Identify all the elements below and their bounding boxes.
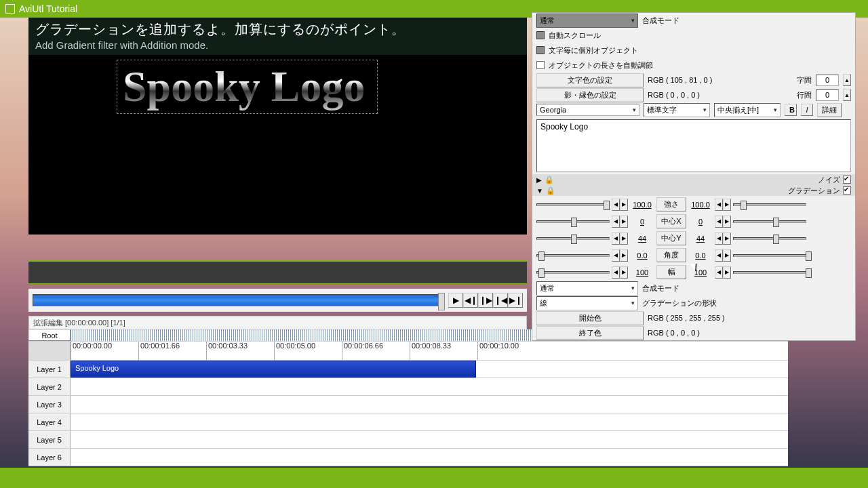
mouse-cursor: [688, 262, 705, 278]
param-value-left[interactable]: 44: [630, 235, 654, 243]
spin-right[interactable]: ▶: [620, 249, 628, 262]
auto-length-checkbox[interactable]: [536, 61, 545, 69]
layer-track[interactable]: Spooky Logo: [71, 361, 788, 378]
param-value-left[interactable]: 0.0: [630, 251, 654, 260]
timecode: 00:00:03.33: [206, 342, 248, 360]
spin-right[interactable]: ▶: [620, 216, 628, 228]
spin-left[interactable]: ◀: [715, 266, 723, 279]
go-end-button[interactable]: ▶❙: [508, 293, 523, 308]
noise-enable-checkbox[interactable]: [843, 176, 851, 184]
prev-frame-button[interactable]: ◀❙: [463, 293, 478, 308]
spin-right[interactable]: ▶: [620, 266, 628, 279]
spin-right[interactable]: ▶: [723, 249, 731, 262]
param-slider-right[interactable]: [733, 203, 806, 206]
layer-label[interactable]: Layer 4: [28, 413, 71, 430]
param-name: 中心X: [656, 214, 686, 228]
timeline-header: 拡張編集 [00:00:00.00] [1/1]: [28, 316, 527, 329]
root-button[interactable]: Root: [28, 329, 71, 341]
param-value-left[interactable]: 100.0: [630, 201, 654, 209]
timecode: 00:00:06.66: [342, 342, 383, 360]
bottom-bar: [0, 468, 868, 488]
italic-button[interactable]: I: [801, 104, 813, 116]
param-slider-left[interactable]: [536, 237, 610, 240]
bold-button[interactable]: B: [785, 104, 797, 116]
seek-slider[interactable]: [33, 294, 444, 306]
spin-left[interactable]: ◀: [612, 232, 620, 245]
param-value-left[interactable]: 0: [630, 218, 654, 226]
time-ruler[interactable]: 00:00:00.0000:00:01.6600:00:03.3300:00:0…: [71, 342, 788, 360]
spacing-up[interactable]: ▲: [843, 74, 851, 86]
param-slider-left[interactable]: [536, 203, 610, 206]
app-title: AviUtl Tutorial: [19, 3, 77, 14]
subtitle-en: Add Gradient filter with Addition mode.: [35, 39, 520, 51]
param-slider-right[interactable]: [733, 254, 806, 257]
spin-right[interactable]: ▶: [620, 199, 628, 211]
gradient-expand-icon[interactable]: ▼: [536, 187, 543, 195]
param-name: 幅: [656, 265, 686, 279]
param-slider-left[interactable]: [536, 254, 610, 257]
detail-button[interactable]: 詳細: [817, 103, 842, 117]
perchar-checkbox[interactable]: [536, 46, 545, 54]
param-slider-left[interactable]: [536, 220, 610, 223]
go-start-button[interactable]: ❙◀: [493, 293, 508, 308]
lock-icon[interactable]: 🔒: [546, 186, 555, 195]
spin-left[interactable]: ◀: [715, 216, 723, 228]
layer-track[interactable]: [71, 413, 788, 430]
lock-icon[interactable]: 🔒: [545, 176, 554, 184]
spin-right[interactable]: ▶: [723, 199, 731, 211]
app-icon: [5, 4, 15, 14]
param-value-right[interactable]: 0: [688, 218, 713, 226]
timeline-clip[interactable]: Spooky Logo: [71, 361, 476, 378]
spin-left[interactable]: ◀: [715, 199, 723, 211]
param-slider-right[interactable]: [733, 237, 806, 240]
spin-left[interactable]: ◀: [612, 216, 620, 228]
spin-left[interactable]: ◀: [715, 249, 723, 262]
autoscroll-checkbox[interactable]: [536, 31, 545, 39]
layer-track[interactable]: [71, 431, 788, 448]
spin-left[interactable]: ◀: [612, 266, 620, 279]
align-select[interactable]: 中央揃え[中]: [714, 103, 781, 117]
spin-right[interactable]: ▶: [620, 232, 628, 245]
preview-text-object[interactable]: Spooky Logo: [117, 60, 378, 114]
layer-track[interactable]: [71, 449, 788, 466]
text-color-button[interactable]: 文字色の設定: [536, 73, 644, 87]
end-color-button[interactable]: 終了色: [536, 326, 644, 340]
param-value-right[interactable]: 0.0: [688, 251, 713, 260]
timecode: 00:00:01.66: [138, 342, 180, 360]
top-blend-select[interactable]: 通常: [536, 14, 638, 28]
text-content-input[interactable]: Spooky Logo: [536, 119, 851, 172]
spin-left[interactable]: ◀: [612, 249, 620, 262]
layer-track[interactable]: [71, 378, 788, 395]
param-value-right[interactable]: 44: [688, 235, 713, 243]
play-button[interactable]: ▶: [448, 293, 463, 308]
start-color-button[interactable]: 開始色: [536, 311, 644, 325]
param-row: ◀▶0中心X0◀▶: [532, 213, 855, 230]
next-frame-button[interactable]: ❙▶: [478, 293, 493, 308]
layer-label[interactable]: Layer 2: [28, 378, 71, 395]
lineheight-up[interactable]: ▲: [843, 89, 851, 101]
layer-label[interactable]: Layer 5: [28, 431, 71, 448]
gradient-enable-checkbox[interactable]: [843, 186, 851, 195]
spin-right[interactable]: ▶: [723, 216, 731, 228]
layer-label[interactable]: Layer 3: [28, 396, 71, 413]
param-value-left[interactable]: 100: [630, 268, 654, 277]
shadow-color-button[interactable]: 影・縁色の設定: [536, 88, 644, 102]
noise-expand-icon[interactable]: ▶: [536, 176, 542, 184]
param-value-right[interactable]: 100.0: [688, 201, 713, 209]
param-slider-right[interactable]: [733, 271, 806, 274]
spin-right[interactable]: ▶: [723, 266, 731, 279]
lineheight-input[interactable]: [816, 89, 839, 101]
param-slider-right[interactable]: [733, 220, 806, 223]
param-slider-left[interactable]: [536, 271, 610, 274]
spin-left[interactable]: ◀: [612, 199, 620, 211]
spin-left[interactable]: ◀: [715, 232, 723, 245]
font-select[interactable]: Georgia: [536, 104, 639, 116]
gradient-shape-select[interactable]: 線: [536, 296, 638, 310]
layer-track[interactable]: [71, 396, 788, 413]
spacing-input[interactable]: [816, 75, 839, 86]
blend-mode-select[interactable]: 通常: [536, 281, 638, 296]
spin-right[interactable]: ▶: [723, 232, 731, 245]
layer-label[interactable]: Layer 6: [28, 449, 71, 466]
layer-label[interactable]: Layer 1: [28, 361, 71, 378]
style-select[interactable]: 標準文字: [644, 103, 710, 117]
